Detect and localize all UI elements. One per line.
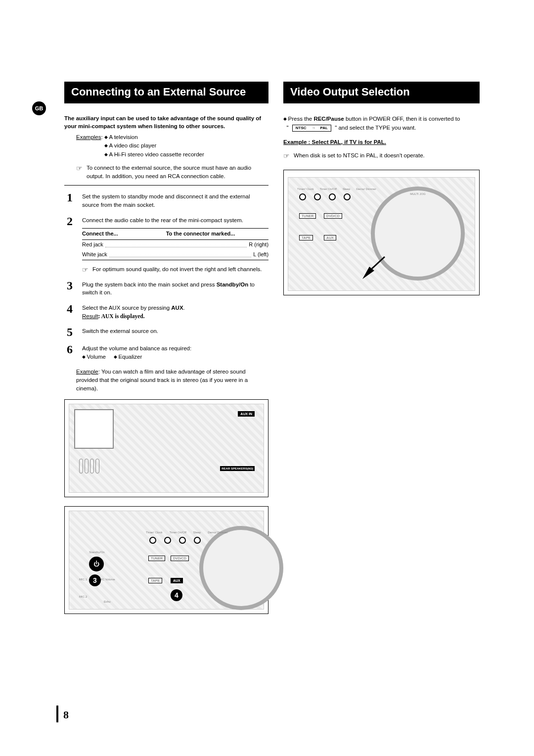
rear-speakers-label: REAR SPEAKERS(6Ω) xyxy=(220,466,255,471)
mic1-label: MIC 1 xyxy=(79,578,87,581)
micvol-label: MIC Volume xyxy=(99,578,115,581)
step-text: . xyxy=(183,305,185,311)
step-4-indicator: 4 xyxy=(171,589,182,601)
table-note: ☞ For optimum sound quality, do not inve… xyxy=(82,265,268,274)
step-text: Set the system to standby mode and disco… xyxy=(82,192,268,209)
step-number: 5 xyxy=(64,327,75,337)
text: " and select the TYPE you want. xyxy=(335,125,416,131)
right-body: Press the REC/Pause button in POWER OFF,… xyxy=(283,114,480,160)
timer-onoff-label: Timer On/Off xyxy=(169,531,186,534)
tape-button: TAPE xyxy=(299,235,313,240)
region-badge: GB xyxy=(32,101,46,115)
step-number: 6 xyxy=(64,344,75,361)
dvdcd-button: DVD/CD xyxy=(171,556,189,561)
examples-label: Examples xyxy=(76,134,101,140)
leader-dots xyxy=(105,241,247,247)
small-button-icon xyxy=(179,537,186,544)
right-note: ☞ When disk is set to NTSC in PAL, it do… xyxy=(283,151,480,160)
step-body: Connect the audio cable to the rear of t… xyxy=(82,216,268,274)
example-label: Example xyxy=(76,369,98,375)
example-item: A Hi-Fi stereo video cassette recorder xyxy=(104,151,204,157)
figure-front-panel: TUNER DVD/CD TAPE AUX Timer/ Clock Timer… xyxy=(64,506,268,614)
power-icon: ⏻ xyxy=(89,557,104,571)
small-button-icon xyxy=(194,537,201,544)
note-arrow-icon: ☞ xyxy=(82,265,89,274)
step-text: Select the AUX source by pressing xyxy=(82,305,171,311)
ntsc-pal-badge: NTSC → PAL xyxy=(292,125,331,132)
connector-table: Connect the... To the connector marked..… xyxy=(82,228,268,260)
small-button-icon xyxy=(344,193,351,200)
dvdcd-button: DVD/CD xyxy=(324,213,342,219)
top-button-row: Timer/ Clock Timer On/Off Sleep Demo/ Di… xyxy=(146,531,228,534)
timer-clock-label: Timer/ Clock xyxy=(297,188,313,190)
tape-button: TAPE xyxy=(148,578,162,583)
aux-button: AUX xyxy=(171,578,183,583)
small-button-icon xyxy=(314,193,321,200)
example-item: A television xyxy=(104,134,138,140)
top-button-row: Timer/ Clock Timer On/Off Sleep Demo/ Di… xyxy=(297,188,376,190)
table-cell: Red jack xyxy=(82,241,103,249)
right-heading: Video Output Selection xyxy=(283,82,480,103)
note-arrow-icon: ☞ xyxy=(76,164,83,180)
multijog-label: MULTI JOG xyxy=(410,192,426,195)
left-column: Connecting to an External Source The aux… xyxy=(64,82,268,614)
right-note-text: When disk is set to NTSC in PAL, it does… xyxy=(294,151,425,160)
tuner-button: TUNER xyxy=(148,556,165,561)
fan-grille-icon xyxy=(74,409,114,449)
figure-front-panel-right: MULTI JOG Timer/ Clock Timer On/Off Slee… xyxy=(283,170,480,295)
step-number: 1 xyxy=(64,192,75,209)
standby-label: Standby/On xyxy=(89,551,105,554)
small-button-icon xyxy=(164,537,171,544)
aux-in-label: AUX IN xyxy=(238,411,255,417)
step-bold: AUX xyxy=(171,305,183,311)
bullet-item: Volume xyxy=(82,354,106,360)
step-text: Adjust the volume and balance as require… xyxy=(82,345,191,351)
result-text: : AUX is displayed. xyxy=(98,313,145,319)
aux-button: AUX xyxy=(324,235,336,240)
table-cell: White jack xyxy=(82,251,107,259)
step-body: Select the AUX source by pressing AUX. R… xyxy=(82,304,268,320)
heatsink-icon xyxy=(79,459,99,473)
separator xyxy=(64,185,268,186)
svg-line-1 xyxy=(372,257,385,269)
sleep-label: Sleep xyxy=(193,531,201,534)
mic2-label: MIC 2 xyxy=(79,595,87,598)
step-body: Adjust the volume and balance as require… xyxy=(82,344,268,361)
small-button-icon xyxy=(299,193,306,200)
bottom-example: Example: You can watch a film and take a… xyxy=(76,368,268,392)
example-text: : You can watch a film and take advantag… xyxy=(76,369,248,391)
front-panel-graphic-right: MULTI JOG Timer/ Clock Timer On/Off Slee… xyxy=(288,177,475,291)
front-panel-graphic: TUNER DVD/CD TAPE AUX Timer/ Clock Timer… xyxy=(69,511,264,610)
result-label: Result xyxy=(82,313,98,319)
sleep-label: Sleep xyxy=(343,188,350,190)
pre-note: ☞ To connect to the external source, the… xyxy=(76,164,268,180)
table-header: To the connector marked... xyxy=(166,230,268,238)
step-body: Plug the system back into the main socke… xyxy=(82,281,268,297)
step-number: 2 xyxy=(64,216,75,274)
figure-rear-panel: AUX IN REAR SPEAKERS(6Ω) xyxy=(64,399,268,497)
step-3-indicator: 3 xyxy=(89,574,101,586)
jog-dial-icon xyxy=(199,526,283,610)
note-arrow-icon: ☞ xyxy=(283,151,290,160)
step-text: Connect the audio cable to the rear of t… xyxy=(82,217,243,223)
text: Press the xyxy=(288,116,314,122)
arrow-icon: → xyxy=(310,125,317,132)
rear-panel-graphic: AUX IN REAR SPEAKERS(6Ω) xyxy=(69,404,264,493)
left-heading: Connecting to an External Source xyxy=(64,82,268,103)
text: button in POWER OFF, then it is converte… xyxy=(344,116,460,122)
leader-dots xyxy=(109,251,252,257)
example-item: A video disc player xyxy=(104,142,156,148)
right-column: Video Output Selection Press the REC/Pau… xyxy=(283,82,480,614)
step-text: Plug the system back into the main socke… xyxy=(82,282,217,287)
step-text: Switch the external source on. xyxy=(82,327,268,337)
timer-clock-label: Timer/ Clock xyxy=(146,531,162,534)
demo-label: Demo/ Dimmer xyxy=(208,531,227,534)
bullet-line: Press the REC/Pause button in POWER OFF,… xyxy=(283,116,460,122)
table-header: Connect the... xyxy=(82,230,166,238)
timer-onoff-label: Timer On/Off xyxy=(320,188,337,190)
step-number: 3 xyxy=(64,281,75,297)
pre-note-text: To connect to the external source, the s… xyxy=(87,164,268,180)
examples-block: Examples: A television Examples: A video… xyxy=(76,133,268,159)
small-button-icon xyxy=(149,537,156,544)
example-line: Example : Select PAL, if TV is for PAL. xyxy=(283,138,480,146)
